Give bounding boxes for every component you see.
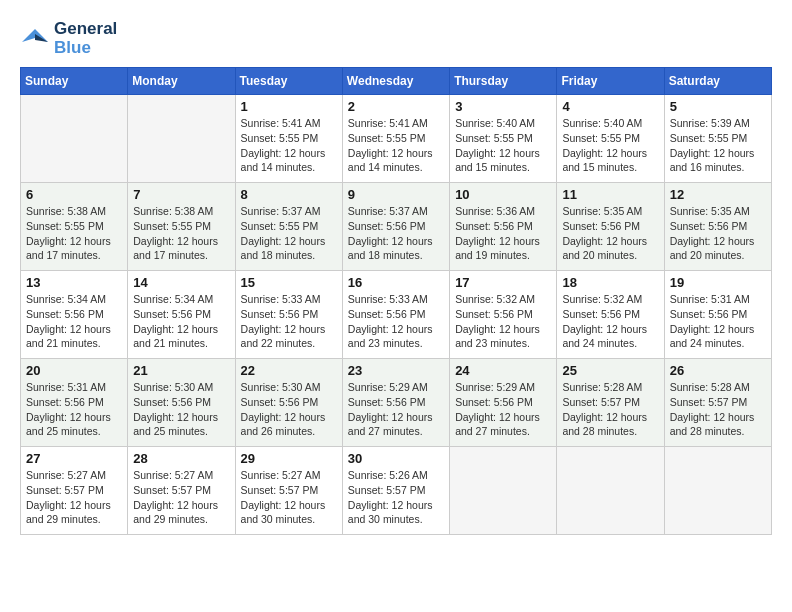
calendar-day-cell: 17Sunrise: 5:32 AMSunset: 5:56 PMDayligh… xyxy=(450,271,557,359)
day-info: Sunrise: 5:33 AMSunset: 5:56 PMDaylight:… xyxy=(348,292,444,351)
day-info: Sunrise: 5:37 AMSunset: 5:56 PMDaylight:… xyxy=(348,204,444,263)
day-info: Sunrise: 5:40 AMSunset: 5:55 PMDaylight:… xyxy=(455,116,551,175)
calendar-week-row: 27Sunrise: 5:27 AMSunset: 5:57 PMDayligh… xyxy=(21,447,772,535)
day-number: 13 xyxy=(26,275,122,290)
day-info: Sunrise: 5:38 AMSunset: 5:55 PMDaylight:… xyxy=(26,204,122,263)
day-number: 14 xyxy=(133,275,229,290)
calendar-day-cell: 16Sunrise: 5:33 AMSunset: 5:56 PMDayligh… xyxy=(342,271,449,359)
day-info: Sunrise: 5:27 AMSunset: 5:57 PMDaylight:… xyxy=(241,468,337,527)
column-header-tuesday: Tuesday xyxy=(235,68,342,95)
day-number: 10 xyxy=(455,187,551,202)
column-header-thursday: Thursday xyxy=(450,68,557,95)
calendar-day-cell: 3Sunrise: 5:40 AMSunset: 5:55 PMDaylight… xyxy=(450,95,557,183)
calendar-day-cell: 1Sunrise: 5:41 AMSunset: 5:55 PMDaylight… xyxy=(235,95,342,183)
day-number: 1 xyxy=(241,99,337,114)
calendar-day-cell: 15Sunrise: 5:33 AMSunset: 5:56 PMDayligh… xyxy=(235,271,342,359)
calendar-day-cell: 22Sunrise: 5:30 AMSunset: 5:56 PMDayligh… xyxy=(235,359,342,447)
day-info: Sunrise: 5:29 AMSunset: 5:56 PMDaylight:… xyxy=(348,380,444,439)
column-header-saturday: Saturday xyxy=(664,68,771,95)
day-info: Sunrise: 5:40 AMSunset: 5:55 PMDaylight:… xyxy=(562,116,658,175)
calendar-week-row: 13Sunrise: 5:34 AMSunset: 5:56 PMDayligh… xyxy=(21,271,772,359)
calendar-day-cell: 23Sunrise: 5:29 AMSunset: 5:56 PMDayligh… xyxy=(342,359,449,447)
day-number: 9 xyxy=(348,187,444,202)
calendar-week-row: 20Sunrise: 5:31 AMSunset: 5:56 PMDayligh… xyxy=(21,359,772,447)
column-header-sunday: Sunday xyxy=(21,68,128,95)
day-info: Sunrise: 5:32 AMSunset: 5:56 PMDaylight:… xyxy=(562,292,658,351)
svg-marker-1 xyxy=(35,34,48,42)
calendar-table: SundayMondayTuesdayWednesdayThursdayFrid… xyxy=(20,67,772,535)
calendar-day-cell: 8Sunrise: 5:37 AMSunset: 5:55 PMDaylight… xyxy=(235,183,342,271)
logo-icon xyxy=(20,24,50,54)
day-info: Sunrise: 5:39 AMSunset: 5:55 PMDaylight:… xyxy=(670,116,766,175)
logo: General Blue xyxy=(20,20,117,57)
day-number: 12 xyxy=(670,187,766,202)
day-number: 4 xyxy=(562,99,658,114)
day-number: 16 xyxy=(348,275,444,290)
calendar-day-cell: 10Sunrise: 5:36 AMSunset: 5:56 PMDayligh… xyxy=(450,183,557,271)
day-number: 24 xyxy=(455,363,551,378)
day-number: 11 xyxy=(562,187,658,202)
calendar-day-cell: 2Sunrise: 5:41 AMSunset: 5:55 PMDaylight… xyxy=(342,95,449,183)
calendar-day-cell: 12Sunrise: 5:35 AMSunset: 5:56 PMDayligh… xyxy=(664,183,771,271)
calendar-day-cell: 26Sunrise: 5:28 AMSunset: 5:57 PMDayligh… xyxy=(664,359,771,447)
calendar-day-cell: 5Sunrise: 5:39 AMSunset: 5:55 PMDaylight… xyxy=(664,95,771,183)
calendar-day-cell: 4Sunrise: 5:40 AMSunset: 5:55 PMDaylight… xyxy=(557,95,664,183)
day-number: 27 xyxy=(26,451,122,466)
calendar-day-cell: 24Sunrise: 5:29 AMSunset: 5:56 PMDayligh… xyxy=(450,359,557,447)
day-info: Sunrise: 5:30 AMSunset: 5:56 PMDaylight:… xyxy=(133,380,229,439)
day-number: 22 xyxy=(241,363,337,378)
calendar-day-cell: 14Sunrise: 5:34 AMSunset: 5:56 PMDayligh… xyxy=(128,271,235,359)
calendar-day-cell: 18Sunrise: 5:32 AMSunset: 5:56 PMDayligh… xyxy=(557,271,664,359)
calendar-day-cell: 13Sunrise: 5:34 AMSunset: 5:56 PMDayligh… xyxy=(21,271,128,359)
calendar-day-cell: 7Sunrise: 5:38 AMSunset: 5:55 PMDaylight… xyxy=(128,183,235,271)
day-number: 29 xyxy=(241,451,337,466)
day-info: Sunrise: 5:34 AMSunset: 5:56 PMDaylight:… xyxy=(133,292,229,351)
day-info: Sunrise: 5:37 AMSunset: 5:55 PMDaylight:… xyxy=(241,204,337,263)
calendar-week-row: 6Sunrise: 5:38 AMSunset: 5:55 PMDaylight… xyxy=(21,183,772,271)
calendar-day-cell: 28Sunrise: 5:27 AMSunset: 5:57 PMDayligh… xyxy=(128,447,235,535)
calendar-week-row: 1Sunrise: 5:41 AMSunset: 5:55 PMDaylight… xyxy=(21,95,772,183)
day-info: Sunrise: 5:26 AMSunset: 5:57 PMDaylight:… xyxy=(348,468,444,527)
day-number: 18 xyxy=(562,275,658,290)
calendar-header-row: SundayMondayTuesdayWednesdayThursdayFrid… xyxy=(21,68,772,95)
calendar-day-cell xyxy=(664,447,771,535)
column-header-monday: Monday xyxy=(128,68,235,95)
day-info: Sunrise: 5:31 AMSunset: 5:56 PMDaylight:… xyxy=(26,380,122,439)
day-info: Sunrise: 5:27 AMSunset: 5:57 PMDaylight:… xyxy=(133,468,229,527)
day-number: 23 xyxy=(348,363,444,378)
day-info: Sunrise: 5:28 AMSunset: 5:57 PMDaylight:… xyxy=(562,380,658,439)
day-info: Sunrise: 5:41 AMSunset: 5:55 PMDaylight:… xyxy=(241,116,337,175)
calendar-day-cell: 9Sunrise: 5:37 AMSunset: 5:56 PMDaylight… xyxy=(342,183,449,271)
calendar-day-cell xyxy=(128,95,235,183)
calendar-day-cell: 6Sunrise: 5:38 AMSunset: 5:55 PMDaylight… xyxy=(21,183,128,271)
day-info: Sunrise: 5:36 AMSunset: 5:56 PMDaylight:… xyxy=(455,204,551,263)
day-info: Sunrise: 5:31 AMSunset: 5:56 PMDaylight:… xyxy=(670,292,766,351)
day-info: Sunrise: 5:30 AMSunset: 5:56 PMDaylight:… xyxy=(241,380,337,439)
day-info: Sunrise: 5:32 AMSunset: 5:56 PMDaylight:… xyxy=(455,292,551,351)
day-info: Sunrise: 5:27 AMSunset: 5:57 PMDaylight:… xyxy=(26,468,122,527)
day-number: 15 xyxy=(241,275,337,290)
day-number: 26 xyxy=(670,363,766,378)
calendar-day-cell: 20Sunrise: 5:31 AMSunset: 5:56 PMDayligh… xyxy=(21,359,128,447)
day-number: 28 xyxy=(133,451,229,466)
day-info: Sunrise: 5:38 AMSunset: 5:55 PMDaylight:… xyxy=(133,204,229,263)
day-number: 25 xyxy=(562,363,658,378)
day-info: Sunrise: 5:33 AMSunset: 5:56 PMDaylight:… xyxy=(241,292,337,351)
calendar-day-cell xyxy=(557,447,664,535)
day-number: 17 xyxy=(455,275,551,290)
calendar-day-cell: 29Sunrise: 5:27 AMSunset: 5:57 PMDayligh… xyxy=(235,447,342,535)
day-info: Sunrise: 5:28 AMSunset: 5:57 PMDaylight:… xyxy=(670,380,766,439)
calendar-day-cell xyxy=(21,95,128,183)
day-info: Sunrise: 5:29 AMSunset: 5:56 PMDaylight:… xyxy=(455,380,551,439)
calendar-day-cell xyxy=(450,447,557,535)
column-header-wednesday: Wednesday xyxy=(342,68,449,95)
calendar-day-cell: 27Sunrise: 5:27 AMSunset: 5:57 PMDayligh… xyxy=(21,447,128,535)
column-header-friday: Friday xyxy=(557,68,664,95)
logo-text: General Blue xyxy=(54,20,117,57)
day-number: 5 xyxy=(670,99,766,114)
calendar-day-cell: 25Sunrise: 5:28 AMSunset: 5:57 PMDayligh… xyxy=(557,359,664,447)
day-number: 6 xyxy=(26,187,122,202)
day-info: Sunrise: 5:35 AMSunset: 5:56 PMDaylight:… xyxy=(562,204,658,263)
calendar-day-cell: 11Sunrise: 5:35 AMSunset: 5:56 PMDayligh… xyxy=(557,183,664,271)
day-info: Sunrise: 5:35 AMSunset: 5:56 PMDaylight:… xyxy=(670,204,766,263)
